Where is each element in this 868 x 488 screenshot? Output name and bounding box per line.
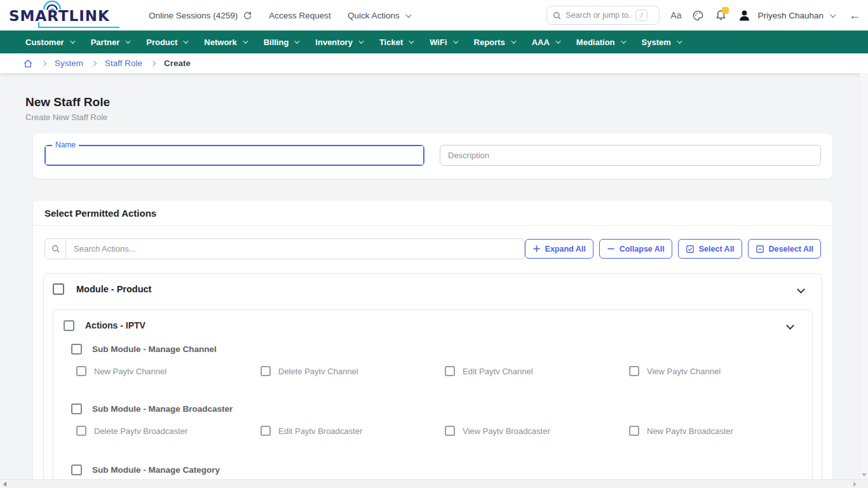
global-search[interactable]: / bbox=[546, 6, 660, 25]
action-checkbox[interactable] bbox=[261, 426, 271, 436]
action-checkbox[interactable] bbox=[445, 366, 455, 376]
quick-actions-menu[interactable]: Quick Actions bbox=[348, 11, 410, 20]
global-search-input[interactable] bbox=[566, 11, 632, 20]
chevron-down-icon bbox=[70, 38, 75, 43]
chevron-down-icon[interactable] bbox=[797, 285, 805, 294]
nav-label: System bbox=[642, 37, 671, 47]
select-all-button[interactable]: Select All bbox=[678, 239, 742, 259]
nav-item-billing[interactable]: Billing bbox=[264, 37, 299, 47]
actions-iptv-checkbox[interactable] bbox=[64, 320, 74, 331]
top-header: SMARTLINK Online Sessions (4259) Access … bbox=[0, 0, 868, 30]
nav-item-ticket[interactable]: Ticket bbox=[379, 37, 412, 47]
sub-module-row: Sub Module - Manage Category bbox=[64, 463, 802, 477]
access-request-link[interactable]: Access Request bbox=[269, 11, 331, 20]
chevron-right-icon bbox=[92, 60, 97, 65]
action-checkbox[interactable] bbox=[445, 426, 455, 436]
nav-item-reports[interactable]: Reports bbox=[474, 37, 515, 47]
chevron-down-icon bbox=[677, 38, 682, 43]
sub-module-checkbox[interactable] bbox=[71, 344, 82, 355]
nav-item-customer[interactable]: Customer bbox=[25, 37, 74, 47]
notifications-button[interactable] bbox=[715, 8, 727, 23]
sub-module-checkbox[interactable] bbox=[71, 464, 82, 475]
action-item: Delete Paytv Channel bbox=[261, 365, 445, 377]
search-actions-input[interactable] bbox=[66, 244, 524, 254]
back-arrow-icon[interactable]: ← bbox=[849, 9, 860, 22]
scroll-left-arrow-icon[interactable] bbox=[3, 482, 6, 487]
action-checkbox[interactable] bbox=[76, 426, 86, 436]
action-label: View Paytv Broadcaster bbox=[463, 426, 550, 436]
chevron-down-icon bbox=[621, 38, 626, 43]
chevron-right-icon bbox=[151, 60, 156, 65]
action-checkbox[interactable] bbox=[629, 426, 639, 436]
nav-label: Network bbox=[204, 37, 236, 47]
sub-module-label: Sub Module - Manage Category bbox=[92, 465, 220, 475]
deselect-all-button[interactable]: Deselect All bbox=[748, 239, 821, 259]
nav-label: Product bbox=[146, 37, 177, 47]
select-all-label: Select All bbox=[699, 245, 735, 254]
description-field[interactable] bbox=[440, 145, 821, 166]
action-item: View Paytv Channel bbox=[629, 365, 813, 377]
action-checkbox[interactable] bbox=[76, 366, 86, 376]
module-product-checkbox[interactable] bbox=[53, 283, 64, 295]
chevron-down-icon bbox=[295, 38, 300, 43]
permitted-actions-title: Select Permitted Actions bbox=[33, 201, 832, 226]
name-field[interactable]: Name bbox=[44, 145, 424, 166]
sub-module-label: Sub Module - Manage Channel bbox=[92, 344, 217, 354]
horizontal-scrollbar[interactable] bbox=[0, 479, 868, 488]
smartlink-logo[interactable]: SMARTLINK bbox=[9, 3, 135, 28]
collapse-all-button[interactable]: Collapse All bbox=[599, 239, 672, 259]
notification-badge bbox=[722, 7, 729, 14]
breadcrumb-staff-role[interactable]: Staff Role bbox=[105, 58, 142, 68]
chevron-down-icon bbox=[405, 11, 412, 18]
action-items-grid: New Paytv Channel Delete Paytv Channel E… bbox=[64, 365, 802, 377]
action-label: Edit Paytv Broadcaster bbox=[278, 426, 362, 436]
text-size-toggle[interactable]: Aa bbox=[670, 10, 681, 20]
nav-item-wifi[interactable]: WiFi bbox=[430, 37, 456, 47]
nav-item-aaa[interactable]: AAA bbox=[532, 37, 559, 47]
expand-all-button[interactable]: Expand All bbox=[525, 239, 593, 259]
role-form-card: Name bbox=[33, 133, 832, 179]
action-item: New Paytv Channel bbox=[76, 365, 261, 377]
search-actions-field[interactable] bbox=[44, 238, 525, 259]
logo-underline bbox=[38, 22, 119, 28]
deselect-all-label: Deselect All bbox=[769, 245, 813, 254]
action-checkbox[interactable] bbox=[629, 366, 639, 376]
nav-item-partner[interactable]: Partner bbox=[91, 37, 130, 47]
nav-item-inventory[interactable]: Inventory bbox=[315, 37, 362, 47]
action-label: View Paytv Channel bbox=[647, 367, 721, 376]
chevron-down-icon bbox=[243, 38, 248, 43]
refresh-icon[interactable] bbox=[243, 11, 252, 20]
vertical-scrollbar[interactable] bbox=[859, 73, 868, 479]
actions-iptv-box: Actions - IPTV Sub Module - Manage Chann… bbox=[53, 309, 813, 486]
slash-shortcut-badge: / bbox=[635, 10, 648, 21]
breadcrumb-system[interactable]: System bbox=[55, 58, 83, 68]
action-checkbox[interactable] bbox=[261, 366, 271, 376]
name-field-label: Name bbox=[52, 140, 79, 149]
nav-item-network[interactable]: Network bbox=[204, 37, 246, 47]
home-icon[interactable] bbox=[23, 58, 33, 69]
theme-palette-icon[interactable] bbox=[692, 10, 704, 22]
nav-item-mediation[interactable]: Mediation bbox=[576, 37, 625, 47]
user-avatar-icon bbox=[738, 9, 751, 22]
permitted-actions-card: Select Permitted Actions Expand All bbox=[33, 201, 832, 488]
action-label: New Paytv Channel bbox=[94, 367, 166, 376]
action-items-grid: Delete Paytv Broadcaster Edit Paytv Broa… bbox=[64, 424, 802, 437]
quick-actions-label: Quick Actions bbox=[348, 11, 400, 20]
scroll-right-arrow-icon[interactable] bbox=[853, 482, 857, 487]
description-input[interactable] bbox=[440, 146, 820, 165]
chevron-down-icon[interactable] bbox=[786, 322, 794, 330]
wifi-icon bbox=[42, 1, 62, 13]
scroll-down-arrow-icon[interactable] bbox=[862, 473, 867, 477]
action-label: Edit Paytv Channel bbox=[463, 367, 533, 376]
module-product-label: Module - Product bbox=[76, 284, 151, 294]
nav-item-product[interactable]: Product bbox=[146, 37, 187, 47]
sub-module-checkbox[interactable] bbox=[71, 403, 82, 414]
action-item: Edit Paytv Broadcaster bbox=[261, 424, 445, 437]
online-sessions-label: Online Sessions (4259) bbox=[149, 11, 238, 20]
search-icon bbox=[45, 239, 66, 259]
name-input[interactable] bbox=[46, 146, 423, 165]
user-name: Priyesh Chauhan bbox=[757, 11, 824, 20]
user-menu[interactable]: Priyesh Chauhan bbox=[738, 9, 834, 22]
nav-label: Ticket bbox=[379, 37, 403, 47]
nav-item-system[interactable]: System bbox=[642, 37, 681, 47]
